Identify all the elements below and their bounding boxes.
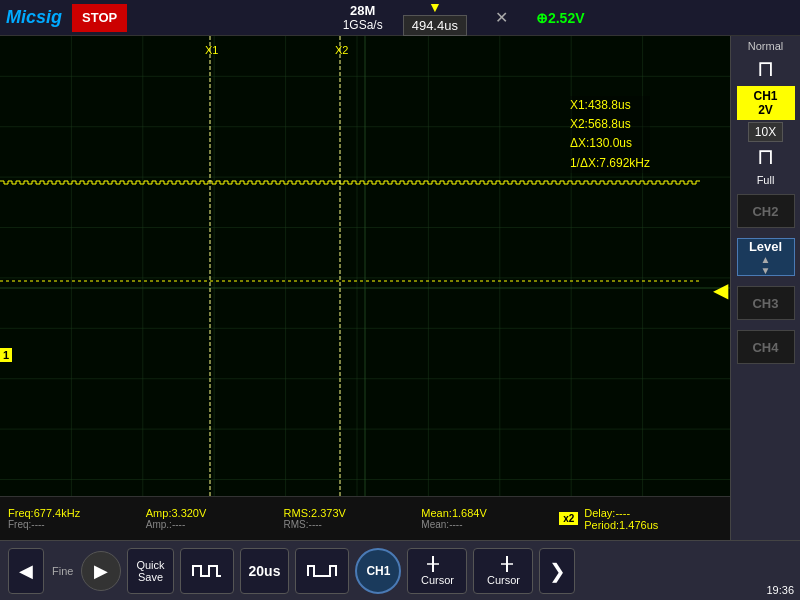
level-button[interactable]: Level ▲ ▼ (737, 238, 795, 276)
trigger-area: ▼ 494.4us (403, 0, 467, 36)
square-wave-icon (191, 560, 223, 582)
time-corner: 19:36 (766, 584, 794, 596)
mean-col: Mean:1.684V Mean:---- (421, 507, 559, 530)
quick-save-button[interactable]: Quick Save (127, 548, 173, 594)
cursor-x2-value: X2:568.8us (570, 115, 650, 134)
mean2-value: Mean:---- (421, 519, 559, 530)
play-icon: ▶ (94, 560, 108, 582)
ch1-marker: 1 (0, 348, 12, 362)
memory-info: 28M 1GSa/s (343, 3, 383, 32)
wave1-button[interactable] (180, 548, 234, 594)
bottom-toolbar: ◀ Fine ▶ Quick Save 20us CH1 Cursor Curs… (0, 540, 800, 600)
bottom-status-bar: Freq:677.4kHz Freq:---- Amp:3.320V Amp.:… (0, 496, 730, 540)
top-center: 28M 1GSa/s ▼ 494.4us ✕ ⊕2.52V (127, 0, 800, 36)
cursor-x1-value: X1:438.8us (570, 96, 650, 115)
cursor1-button[interactable]: Cursor (407, 548, 467, 594)
freq1-value: Freq:677.4kHz (8, 507, 146, 519)
waveform-full-icon: ⊓ (757, 144, 774, 170)
cursor-readout: X1:438.8us X2:568.8us ΔX:130.0us 1/ΔX:7.… (570, 96, 650, 173)
ch4-button[interactable]: CH4 (737, 330, 795, 364)
play-button[interactable]: ▶ (81, 551, 121, 591)
period-value: Period:1.476us (584, 519, 722, 531)
prev-button[interactable]: ◀ (8, 548, 44, 594)
freq-col: Freq:677.4kHz Freq:---- (8, 507, 146, 530)
chevron-up-icon: ▲ (761, 254, 771, 265)
cursor2-label: Cursor (487, 574, 520, 586)
level-arrow-icon: ◀ (713, 278, 728, 302)
cursor1-label: Cursor (421, 574, 454, 586)
wave2-button[interactable] (295, 548, 349, 594)
pulse-wave-icon (306, 560, 338, 582)
time-position-display[interactable]: 494.4us (403, 15, 467, 36)
ch1-circle-button[interactable]: CH1 (355, 548, 401, 594)
cursor-inv-delta-x: 1/ΔX:7.692kHz (570, 154, 650, 173)
close-icon[interactable]: ✕ (487, 8, 516, 27)
cursor1-icon (427, 556, 447, 572)
ch1-button[interactable]: CH1 2V (737, 86, 795, 120)
rms-col: RMS:2.373V RMS:---- (284, 507, 422, 530)
waveform-normal-icon: ⊓ (757, 56, 774, 82)
chevron-down-icon: ▼ (761, 265, 771, 276)
cursor2-icon (493, 556, 513, 572)
amp2-value: Amp.:---- (146, 519, 284, 530)
logo: Micsig (0, 7, 68, 28)
cursor-delta-x: ΔX:130.0us (570, 134, 650, 153)
delay-col: Delay:---- Period:1.476us (584, 507, 722, 531)
top-bar: Micsig STOP 28M 1GSa/s ▼ 494.4us ✕ ⊕2.52… (0, 0, 800, 36)
voltage-display: ⊕2.52V (536, 10, 585, 26)
rms1-value: RMS:2.373V (284, 507, 422, 519)
mean1-value: Mean:1.684V (421, 507, 559, 519)
prev-icon: ◀ (19, 560, 33, 582)
svg-text:X1: X1 (205, 44, 218, 56)
more-button[interactable]: ❯ (539, 548, 575, 594)
ch2-button[interactable]: CH2 (737, 194, 795, 228)
freq2-value: Freq:---- (8, 519, 146, 530)
normal-label: Normal (748, 40, 783, 52)
amp-col: Amp:3.320V Amp.:---- (146, 507, 284, 530)
logo-text: Micsig (6, 7, 62, 28)
delay-value: Delay:---- (584, 507, 722, 519)
ch3-button[interactable]: CH3 (737, 286, 795, 320)
rms2-value: RMS:---- (284, 519, 422, 530)
amp1-value: Amp:3.320V (146, 507, 284, 519)
full-label: Full (757, 174, 775, 186)
svg-text:X2: X2 (335, 44, 348, 56)
right-panel: Normal ⊓ CH1 2V 10X ⊓ Full CH2 Level ▲ ▼… (730, 36, 800, 540)
x2-badge: x2 (559, 512, 578, 525)
fine-label: Fine (52, 565, 73, 577)
ten-x-label: 10X (748, 122, 783, 142)
time-label[interactable]: 20us (240, 548, 290, 594)
scope-area: X1 X2 1 ◀ X1:438.8us X2:568.8us ΔX:130.0… (0, 36, 730, 540)
chevron-right-icon: ❯ (549, 559, 566, 583)
upper-waveform (0, 181, 700, 184)
cursor2-button[interactable]: Cursor (473, 548, 533, 594)
trigger-marker-icon: ▼ (428, 0, 442, 15)
stop-button[interactable]: STOP (72, 4, 127, 32)
